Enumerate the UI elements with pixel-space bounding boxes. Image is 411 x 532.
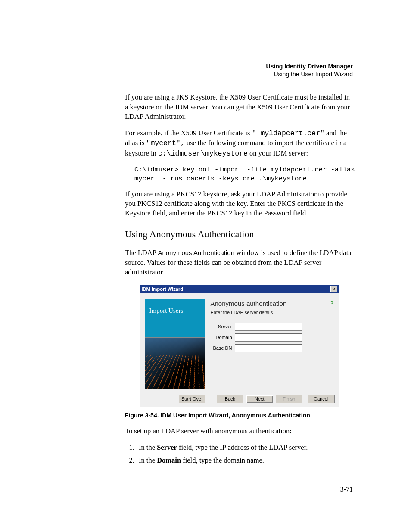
wizard-titlebar: IDM Import Wizard × bbox=[140, 285, 339, 293]
setup-intro: To set up an LDAP server with anonymous … bbox=[125, 426, 353, 436]
p2-code2: "mycert", bbox=[146, 139, 185, 147]
subheading-anonymous-auth: Using Anonymous Authentication bbox=[125, 228, 353, 241]
close-icon[interactable]: × bbox=[330, 286, 337, 292]
command-block: C:\idmuser> keytool -import -file myldap… bbox=[134, 165, 353, 184]
p4-a: The LDAP bbox=[125, 249, 158, 257]
domain-input[interactable] bbox=[235, 333, 302, 342]
help-icon[interactable]: ? bbox=[330, 299, 334, 308]
paragraph-jks: If you are using a JKS Keystore, the X50… bbox=[125, 93, 353, 121]
p2-d: on your IDM server: bbox=[249, 149, 308, 157]
back-button[interactable]: Back bbox=[217, 395, 243, 403]
cancel-button[interactable]: Cancel bbox=[308, 395, 334, 403]
p2-code1: " myldapcert.cer" bbox=[252, 129, 324, 137]
page-header: Using Identity Driven Manager Using the … bbox=[125, 62, 353, 78]
step2-field: Domain bbox=[157, 456, 181, 464]
wizard-sidebar-image bbox=[145, 337, 206, 389]
footer-rule bbox=[58, 482, 353, 482]
step-1: In the Server field, type the IP address… bbox=[136, 443, 353, 452]
startover-button[interactable]: Start Over bbox=[179, 395, 206, 403]
wizard-panel-subtitle: Enter the LDAP server details bbox=[211, 309, 334, 316]
next-button[interactable]: Next bbox=[246, 395, 273, 403]
page-number: 3-71 bbox=[340, 485, 353, 494]
paragraph-pkcs12: If you are using a PKCS12 keystore, ask … bbox=[125, 190, 353, 218]
finish-button: Finish bbox=[276, 395, 302, 403]
p2-code3: c:\idmuser\mykeystore bbox=[158, 149, 248, 158]
basedn-input[interactable] bbox=[235, 344, 302, 352]
figure-caption: Figure 3-54. IDM User Import Wizard, Ano… bbox=[125, 411, 353, 420]
header-subtitle: Using the User Import Wizard bbox=[125, 70, 353, 78]
domain-label: Domain bbox=[211, 334, 232, 341]
step-2: In the Domain field, type the domain nam… bbox=[136, 456, 353, 465]
wizard-window: IDM Import Wizard × Import Users ? Anony… bbox=[140, 285, 339, 407]
wizard-window-title: IDM Import Wizard bbox=[142, 286, 183, 292]
wizard-button-row: Start Over Back Next Finish Cancel bbox=[140, 393, 339, 407]
wizard-sidebar: Import Users bbox=[145, 299, 206, 389]
p2-a: For example, if the X509 User Certificat… bbox=[125, 129, 250, 137]
paragraph-example: For example, if the X509 User Certificat… bbox=[125, 128, 353, 159]
figure-wizard: IDM Import Wizard × Import Users ? Anony… bbox=[140, 285, 339, 407]
header-title: Using Identity Driven Manager bbox=[125, 62, 353, 70]
wizard-content: ? Anonymous authentication Enter the LDA… bbox=[211, 299, 334, 389]
step1-field: Server bbox=[157, 443, 177, 451]
setup-steps: In the Server field, type the IP address… bbox=[126, 443, 353, 466]
basedn-label: Base DN bbox=[211, 345, 232, 352]
paragraph-anon-auth: The LDAP Anonymous Authentication window… bbox=[125, 248, 353, 277]
wizard-sidebar-title: Import Users bbox=[145, 299, 206, 337]
server-label: Server bbox=[211, 324, 232, 330]
p4-sans: Anonymous Authentication bbox=[158, 249, 234, 256]
wizard-panel-title: Anonymous authentication bbox=[211, 299, 334, 308]
server-input[interactable] bbox=[235, 323, 302, 331]
